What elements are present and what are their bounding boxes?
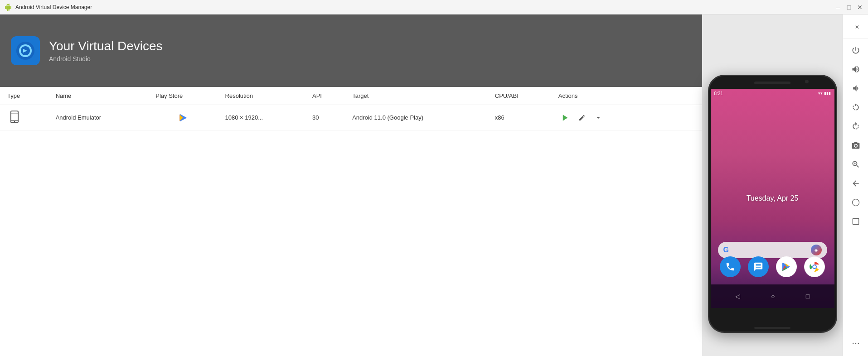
action-buttons — [558, 112, 695, 124]
launch-button[interactable] — [558, 112, 572, 124]
phone-status-bar: 8:21 ▾▾ ▮▮▮ — [711, 89, 834, 98]
recents-nav-button[interactable]: □ — [806, 293, 810, 300]
edit-icon — [578, 114, 586, 121]
svg-rect-2 — [11, 111, 18, 123]
col-playstore: Play Store — [148, 87, 218, 105]
back-button[interactable] — [847, 174, 865, 192]
power-icon — [851, 46, 860, 55]
phone-nav-bar: ◁ ○ □ — [711, 284, 834, 308]
recents-button[interactable] — [847, 212, 865, 231]
close-button[interactable]: ✕ — [856, 4, 863, 11]
power-button[interactable] — [847, 41, 865, 59]
svg-point-12 — [852, 343, 853, 344]
more-button[interactable] — [847, 334, 865, 352]
rotate-right-button[interactable] — [847, 117, 865, 135]
edit-button[interactable] — [576, 112, 588, 123]
more-actions-button[interactable] — [592, 112, 605, 123]
avd-title: Your Virtual Devices — [49, 39, 163, 53]
phone-app-icon[interactable] — [720, 256, 741, 277]
phone-frame-wrapper: 8:21 ▾▾ ▮▮▮ Tuesday, Apr 25 G ◉ — [702, 14, 843, 356]
cell-playstore — [148, 105, 218, 130]
svg-point-9 — [813, 265, 816, 268]
phone-apps-row — [711, 253, 834, 281]
svg-marker-6 — [563, 115, 567, 121]
rotate-left-button[interactable] — [847, 98, 865, 116]
cell-type — [0, 105, 48, 130]
close-emulator-button[interactable]: ✕ — [848, 18, 866, 36]
table-row: Android Emulator — [0, 105, 702, 130]
col-cpu: CPU/ABI — [488, 87, 551, 105]
svg-point-5 — [14, 121, 15, 122]
avd-subtitle: Android Studio — [49, 55, 163, 63]
title-bar-controls: – □ ✕ — [834, 4, 863, 11]
back-nav-button[interactable]: ◁ — [735, 293, 740, 300]
rotate-right-icon — [851, 122, 860, 131]
cell-actions — [551, 105, 702, 130]
phone-camera — [805, 80, 809, 83]
wifi-icon: ▾▾ — [818, 91, 823, 96]
phone-screen[interactable]: 8:21 ▾▾ ▮▮▮ Tuesday, Apr 25 G ◉ — [711, 89, 834, 308]
cell-cpu: x86 — [488, 105, 551, 130]
minimize-button[interactable]: – — [834, 4, 842, 11]
play-icon — [561, 114, 569, 122]
chrome-icon — [809, 261, 820, 272]
window-title: Android Virtual Device Manager — [15, 4, 92, 10]
volume-down-button[interactable] — [847, 79, 865, 97]
android-studio-logo — [15, 40, 36, 62]
recents-icon — [851, 217, 860, 226]
svg-rect-11 — [853, 218, 858, 224]
avd-logo — [11, 36, 40, 65]
svg-point-10 — [852, 199, 859, 206]
svg-point-14 — [858, 343, 859, 344]
volume-up-button[interactable] — [847, 60, 865, 78]
maximize-button[interactable]: □ — [845, 4, 853, 11]
col-api: API — [305, 87, 345, 105]
phone-time: 8:21 — [714, 91, 723, 96]
zoom-icon — [851, 160, 860, 169]
phone-bottom-bar-physical — [754, 327, 790, 329]
messages-icon — [753, 262, 763, 272]
phone-area: 8:21 ▾▾ ▮▮▮ Tuesday, Apr 25 G ◉ — [702, 14, 843, 356]
col-type: Type — [0, 87, 48, 105]
avd-header: Your Virtual Devices Android Studio — [0, 14, 702, 87]
phone-icon — [725, 262, 735, 272]
phone-status-icons: ▾▾ ▮▮▮ — [818, 91, 831, 96]
cell-target: Android 11.0 (Google Play) — [345, 105, 488, 130]
emulator-sidebar: ✕ — [843, 14, 868, 356]
phone-speaker — [754, 82, 790, 84]
android-icon — [5, 4, 12, 11]
messages-app-icon[interactable] — [748, 256, 769, 277]
phone-frame: 8:21 ▾▾ ▮▮▮ Tuesday, Apr 25 G ◉ — [708, 75, 837, 333]
title-bar: Android Virtual Device Manager – □ ✕ — [0, 0, 868, 14]
rotate-left-icon — [851, 103, 860, 112]
avd-panel: Your Virtual Devices Android Studio Type… — [0, 14, 702, 356]
chevron-down-icon — [595, 114, 602, 121]
col-resolution: Resolution — [218, 87, 305, 105]
playstore-badge — [155, 113, 210, 122]
volume-up-icon — [851, 65, 860, 74]
chrome-app-icon[interactable] — [804, 256, 825, 277]
avd-title-area: Your Virtual Devices Android Studio — [49, 39, 163, 63]
play-store-app-icon-img — [781, 261, 792, 272]
phone-type-icon — [7, 111, 22, 123]
home-button[interactable] — [847, 193, 865, 212]
emu-sidebar-header: ✕ — [843, 18, 868, 38]
more-icon — [851, 339, 860, 348]
main-layout: Your Virtual Devices Android Studio Type… — [0, 14, 868, 356]
col-name: Name — [48, 87, 149, 105]
home-nav-button[interactable]: ○ — [771, 293, 775, 300]
col-target: Target — [345, 87, 488, 105]
play-store-icon — [179, 113, 188, 122]
cell-resolution: 1080 × 1920... — [218, 105, 305, 130]
volume-down-icon — [851, 84, 860, 93]
cell-name: Android Emulator — [48, 105, 149, 130]
avd-table: Type Name Play Store Resolution API Targ… — [0, 87, 702, 130]
zoom-button[interactable] — [847, 155, 865, 173]
cell-api: 30 — [305, 105, 345, 130]
signal-icon: ▮▮▮ — [824, 91, 831, 96]
play-store-app-icon[interactable] — [776, 256, 797, 277]
phone-date: Tuesday, Apr 25 — [747, 194, 799, 202]
home-circle-icon — [851, 198, 860, 207]
screenshot-button[interactable] — [847, 136, 865, 154]
back-icon — [851, 179, 860, 188]
